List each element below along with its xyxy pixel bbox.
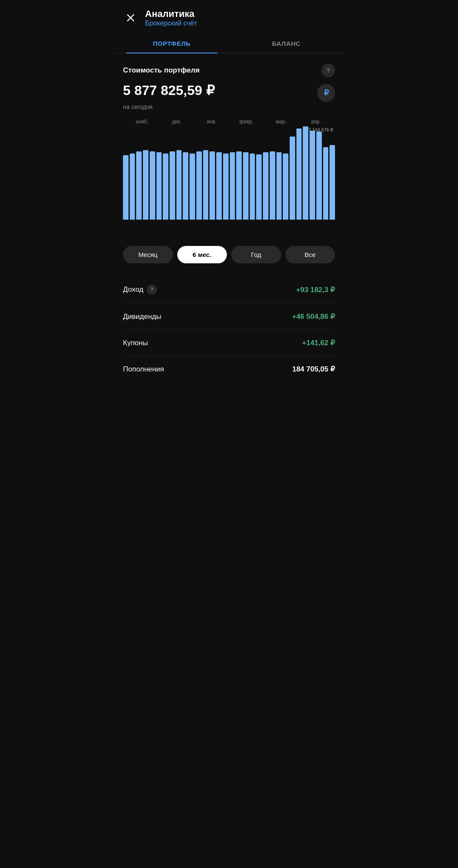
- stat-value-income: +93 182,3 ₽: [296, 285, 335, 294]
- stat-label-deposits: Пополнения: [123, 365, 164, 374]
- currency-icon: ₽: [324, 88, 329, 98]
- portfolio-label: Стоимость портфеля: [123, 66, 200, 75]
- stat-value-deposits: 184 705,05 ₽: [292, 365, 335, 374]
- header-titles: Аналитика Брокерский счёт: [145, 8, 197, 27]
- chart-label-mar: мар.: [264, 119, 299, 125]
- chart-bar[interactable]: [263, 152, 268, 220]
- chart-bar[interactable]: [250, 154, 255, 220]
- chart-bar[interactable]: [203, 150, 209, 220]
- stat-label-row-coupons: Купоны: [123, 339, 148, 347]
- portfolio-value: 5 877 825,59 ₽: [123, 82, 215, 98]
- account-subtitle: Брокерский счёт: [145, 20, 197, 27]
- filter-month-button[interactable]: Месяц: [123, 246, 173, 263]
- chart-bar[interactable]: [276, 152, 282, 220]
- portfolio-date: на сегодня: [123, 103, 335, 110]
- chart-label-feb: февр.: [229, 119, 264, 125]
- chart-bar[interactable]: [130, 154, 135, 220]
- chart-bar[interactable]: [150, 151, 155, 220]
- filter-year-button[interactable]: Год: [231, 246, 281, 263]
- tabs-container: ПОРТФЕЛЬ БАЛАНС: [114, 34, 344, 53]
- portfolio-value-row: 5 877 825,59 ₽ ₽: [123, 82, 335, 102]
- chart-bar[interactable]: [330, 145, 335, 220]
- portfolio-label-row: Стоимость портфеля ?: [123, 64, 335, 77]
- chart-bar[interactable]: [163, 154, 168, 220]
- chart-bar[interactable]: [303, 126, 308, 220]
- stat-label-row-income: Доход ?: [123, 285, 157, 295]
- chart-bar[interactable]: [316, 131, 322, 220]
- stat-row-dividends: Дивиденды +46 504,86 ₽: [123, 304, 335, 330]
- chart-area: нояб. дек. янв. февр. мар. апр. 7 104 67…: [114, 119, 344, 237]
- chart-label-jan: янв.: [194, 119, 229, 125]
- chart-bar[interactable]: [310, 131, 315, 220]
- chart-bar[interactable]: [156, 152, 162, 220]
- filter-all-button[interactable]: Все: [285, 246, 335, 263]
- chart-label-nov: нояб.: [125, 119, 159, 125]
- stat-label-row-dividends: Дивиденды: [123, 313, 161, 321]
- chart-bar[interactable]: [196, 151, 202, 220]
- chart-bar[interactable]: [123, 155, 128, 220]
- chart-label-apr: апр.: [299, 119, 333, 125]
- tab-balance[interactable]: БАЛАНС: [229, 34, 344, 53]
- time-filters: Месяц 6 мес. Год Все: [114, 237, 344, 272]
- chart-bar[interactable]: [176, 150, 182, 220]
- chart-bar[interactable]: [296, 128, 302, 220]
- portfolio-help-button[interactable]: ?: [321, 64, 335, 77]
- tab-portfolio[interactable]: ПОРТФЕЛЬ: [114, 34, 229, 53]
- filter-6months-button[interactable]: 6 мес.: [177, 246, 227, 263]
- chart-bar[interactable]: [190, 154, 195, 220]
- chart-bar[interactable]: [136, 151, 142, 220]
- stat-value-coupons: +141,62 ₽: [302, 338, 335, 347]
- stat-row-deposits: Пополнения 184 705,05 ₽: [123, 356, 335, 382]
- stat-row-coupons: Купоны +141,62 ₽: [123, 330, 335, 356]
- page-title: Аналитика: [145, 8, 197, 20]
- chart-bar[interactable]: [283, 154, 288, 220]
- stat-label-income: Доход: [123, 285, 143, 294]
- chart-month-labels: нояб. дек. янв. февр. мар. апр.: [123, 119, 335, 125]
- chart-bar[interactable]: [290, 137, 295, 220]
- chart-bar[interactable]: [256, 154, 262, 220]
- chart-bar[interactable]: [243, 152, 249, 220]
- stat-label-row-deposits: Пополнения: [123, 365, 164, 374]
- chart-bar[interactable]: [183, 152, 188, 220]
- chart-label-dec: дек.: [159, 119, 194, 125]
- chart-bar[interactable]: [223, 154, 229, 220]
- chart-bar[interactable]: [323, 147, 329, 220]
- close-button[interactable]: [123, 10, 138, 25]
- currency-toggle-button[interactable]: ₽: [317, 84, 335, 102]
- chart-bar[interactable]: [230, 152, 235, 220]
- stat-row-income: Доход ? +93 182,3 ₽: [123, 276, 335, 304]
- stats-list: Доход ? +93 182,3 ₽ Дивиденды +46 504,86…: [114, 272, 344, 386]
- stat-label-coupons: Купоны: [123, 339, 148, 347]
- chart-bar[interactable]: [170, 151, 175, 220]
- stat-value-dividends: +46 504,86 ₽: [292, 312, 335, 321]
- portfolio-section: Стоимость портфеля ? 5 877 825,59 ₽ ₽ на…: [114, 64, 344, 110]
- chart-bar[interactable]: [209, 151, 215, 220]
- chart-bars: [123, 126, 335, 220]
- chart-bar[interactable]: [143, 150, 148, 220]
- stat-label-dividends: Дивиденды: [123, 313, 161, 321]
- chart-bar[interactable]: [270, 151, 275, 220]
- chart-bar[interactable]: [216, 152, 222, 220]
- chart-bar[interactable]: [236, 151, 242, 220]
- income-help-button[interactable]: ?: [147, 285, 157, 295]
- header: Аналитика Брокерский счёт: [114, 0, 344, 34]
